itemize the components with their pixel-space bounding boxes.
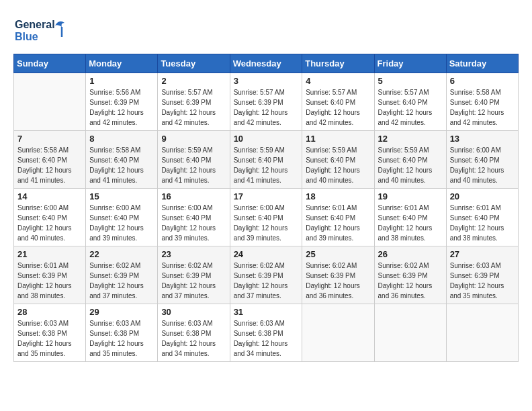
day-of-week-friday: Friday — [374, 54, 446, 73]
day-info: Sunrise: 6:02 AM Sunset: 6:39 PM Dayligh… — [378, 261, 443, 301]
day-number: 20 — [450, 191, 515, 201]
day-info: Sunrise: 5:59 AM Sunset: 6:40 PM Dayligh… — [306, 145, 370, 185]
day-number: 15 — [89, 191, 154, 201]
day-number: 4 — [306, 76, 370, 86]
page-header: General Blue — [13, 13, 519, 47]
calendar-cell: 11Sunrise: 5:59 AM Sunset: 6:40 PM Dayli… — [302, 131, 374, 189]
day-number: 22 — [89, 249, 154, 259]
calendar-cell: 9Sunrise: 5:59 AM Sunset: 6:40 PM Daylig… — [158, 131, 230, 189]
day-info: Sunrise: 6:01 AM Sunset: 6:39 PM Dayligh… — [17, 261, 82, 301]
calendar-cell: 28Sunrise: 6:03 AM Sunset: 6:38 PM Dayli… — [14, 304, 86, 362]
day-info: Sunrise: 6:03 AM Sunset: 6:38 PM Dayligh… — [17, 318, 82, 359]
day-info: Sunrise: 6:03 AM Sunset: 6:38 PM Dayligh… — [161, 318, 226, 359]
calendar-cell — [446, 304, 518, 362]
day-info: Sunrise: 6:00 AM Sunset: 6:40 PM Dayligh… — [161, 203, 226, 243]
day-number: 28 — [17, 307, 82, 317]
day-info: Sunrise: 5:59 AM Sunset: 6:40 PM Dayligh… — [161, 145, 226, 185]
day-info: Sunrise: 6:00 AM Sunset: 6:40 PM Dayligh… — [17, 203, 82, 243]
day-number: 11 — [306, 134, 370, 144]
svg-text:General: General — [15, 19, 55, 30]
day-number: 31 — [234, 307, 299, 317]
day-number: 24 — [234, 249, 299, 259]
day-number: 21 — [17, 249, 82, 259]
calendar-cell — [374, 304, 446, 362]
day-of-week-sunday: Sunday — [14, 54, 86, 73]
day-number: 5 — [378, 76, 443, 86]
day-of-week-saturday: Saturday — [446, 54, 518, 73]
day-number: 17 — [234, 191, 299, 201]
day-info: Sunrise: 5:59 AM Sunset: 6:40 PM Dayligh… — [378, 145, 443, 185]
day-number: 23 — [161, 249, 226, 259]
calendar-week-row: 1Sunrise: 5:56 AM Sunset: 6:39 PM Daylig… — [14, 73, 519, 131]
calendar-cell: 12Sunrise: 5:59 AM Sunset: 6:40 PM Dayli… — [374, 131, 446, 189]
day-number: 6 — [450, 76, 515, 86]
day-info: Sunrise: 6:01 AM Sunset: 6:40 PM Dayligh… — [306, 203, 370, 243]
day-info: Sunrise: 6:01 AM Sunset: 6:40 PM Dayligh… — [450, 203, 515, 243]
day-number: 26 — [378, 249, 443, 259]
day-info: Sunrise: 5:59 AM Sunset: 6:40 PM Dayligh… — [234, 145, 299, 185]
calendar-header-row: SundayMondayTuesdayWednesdayThursdayFrid… — [14, 54, 519, 73]
calendar-cell: 22Sunrise: 6:02 AM Sunset: 6:39 PM Dayli… — [86, 246, 158, 304]
calendar-cell — [302, 304, 374, 362]
day-number: 8 — [89, 134, 154, 144]
day-info: Sunrise: 6:00 AM Sunset: 6:40 PM Dayligh… — [89, 203, 154, 243]
day-number: 10 — [234, 134, 299, 144]
day-number: 19 — [378, 191, 443, 201]
calendar-cell: 3Sunrise: 5:57 AM Sunset: 6:39 PM Daylig… — [230, 73, 302, 131]
day-info: Sunrise: 6:02 AM Sunset: 6:39 PM Dayligh… — [306, 261, 370, 301]
logo: General Blue — [13, 13, 74, 47]
calendar-cell: 14Sunrise: 6:00 AM Sunset: 6:40 PM Dayli… — [14, 189, 86, 246]
day-of-week-monday: Monday — [86, 54, 158, 73]
day-of-week-thursday: Thursday — [302, 54, 374, 73]
calendar-cell: 31Sunrise: 6:03 AM Sunset: 6:38 PM Dayli… — [230, 304, 302, 362]
calendar-cell — [14, 73, 86, 131]
calendar-cell: 27Sunrise: 6:03 AM Sunset: 6:39 PM Dayli… — [446, 246, 518, 304]
day-number: 9 — [161, 134, 226, 144]
calendar-cell: 30Sunrise: 6:03 AM Sunset: 6:38 PM Dayli… — [158, 304, 230, 362]
day-number: 25 — [306, 249, 370, 259]
calendar-cell: 15Sunrise: 6:00 AM Sunset: 6:40 PM Dayli… — [86, 189, 158, 246]
day-number: 13 — [450, 134, 515, 144]
calendar-cell: 29Sunrise: 6:03 AM Sunset: 6:38 PM Dayli… — [86, 304, 158, 362]
day-info: Sunrise: 6:01 AM Sunset: 6:40 PM Dayligh… — [378, 203, 443, 243]
day-number: 12 — [378, 134, 443, 144]
calendar-week-row: 14Sunrise: 6:00 AM Sunset: 6:40 PM Dayli… — [14, 189, 519, 246]
calendar-cell: 18Sunrise: 6:01 AM Sunset: 6:40 PM Dayli… — [302, 189, 374, 246]
calendar-table: SundayMondayTuesdayWednesdayThursdayFrid… — [13, 54, 519, 362]
day-number: 3 — [234, 76, 299, 86]
day-info: Sunrise: 6:02 AM Sunset: 6:39 PM Dayligh… — [161, 261, 226, 301]
day-info: Sunrise: 5:58 AM Sunset: 6:40 PM Dayligh… — [89, 145, 154, 185]
day-number: 7 — [17, 134, 82, 144]
day-info: Sunrise: 6:03 AM Sunset: 6:39 PM Dayligh… — [450, 261, 515, 301]
day-info: Sunrise: 6:03 AM Sunset: 6:38 PM Dayligh… — [234, 318, 299, 359]
day-number: 29 — [89, 307, 154, 317]
day-number: 30 — [161, 307, 226, 317]
calendar-cell: 4Sunrise: 5:57 AM Sunset: 6:40 PM Daylig… — [302, 73, 374, 131]
day-number: 2 — [161, 76, 226, 86]
day-info: Sunrise: 5:57 AM Sunset: 6:40 PM Dayligh… — [378, 87, 443, 128]
calendar-cell: 17Sunrise: 6:00 AM Sunset: 6:40 PM Dayli… — [230, 189, 302, 246]
calendar-cell: 26Sunrise: 6:02 AM Sunset: 6:39 PM Dayli… — [374, 246, 446, 304]
calendar-cell: 23Sunrise: 6:02 AM Sunset: 6:39 PM Dayli… — [158, 246, 230, 304]
day-of-week-tuesday: Tuesday — [158, 54, 230, 73]
day-of-week-wednesday: Wednesday — [230, 54, 302, 73]
day-number: 1 — [89, 76, 154, 86]
day-info: Sunrise: 5:56 AM Sunset: 6:39 PM Dayligh… — [89, 87, 154, 128]
calendar-cell: 24Sunrise: 6:02 AM Sunset: 6:39 PM Dayli… — [230, 246, 302, 304]
calendar-week-row: 7Sunrise: 5:58 AM Sunset: 6:40 PM Daylig… — [14, 131, 519, 189]
calendar-cell: 13Sunrise: 6:00 AM Sunset: 6:40 PM Dayli… — [446, 131, 518, 189]
day-info: Sunrise: 6:02 AM Sunset: 6:39 PM Dayligh… — [89, 261, 154, 301]
calendar-cell: 20Sunrise: 6:01 AM Sunset: 6:40 PM Dayli… — [446, 189, 518, 246]
calendar-cell: 16Sunrise: 6:00 AM Sunset: 6:40 PM Dayli… — [158, 189, 230, 246]
day-number: 16 — [161, 191, 226, 201]
calendar-cell: 19Sunrise: 6:01 AM Sunset: 6:40 PM Dayli… — [374, 189, 446, 246]
calendar-cell: 21Sunrise: 6:01 AM Sunset: 6:39 PM Dayli… — [14, 246, 86, 304]
calendar-cell: 6Sunrise: 5:58 AM Sunset: 6:40 PM Daylig… — [446, 73, 518, 131]
calendar-cell: 10Sunrise: 5:59 AM Sunset: 6:40 PM Dayli… — [230, 131, 302, 189]
day-info: Sunrise: 6:00 AM Sunset: 6:40 PM Dayligh… — [234, 203, 299, 243]
calendar-week-row: 28Sunrise: 6:03 AM Sunset: 6:38 PM Dayli… — [14, 304, 519, 362]
day-info: Sunrise: 5:58 AM Sunset: 6:40 PM Dayligh… — [450, 87, 515, 128]
calendar-week-row: 21Sunrise: 6:01 AM Sunset: 6:39 PM Dayli… — [14, 246, 519, 304]
day-info: Sunrise: 6:02 AM Sunset: 6:39 PM Dayligh… — [234, 261, 299, 301]
day-info: Sunrise: 5:58 AM Sunset: 6:40 PM Dayligh… — [17, 145, 82, 185]
